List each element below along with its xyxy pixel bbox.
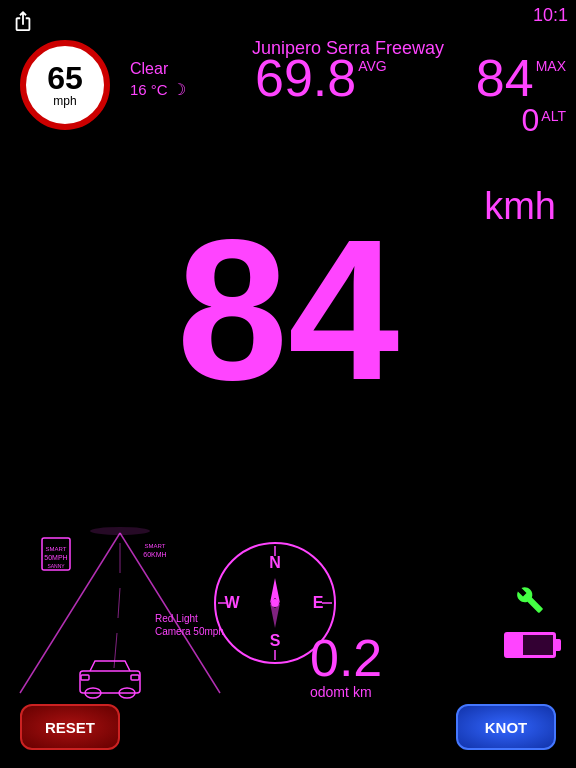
avg-speed-value: 69.8 xyxy=(255,52,356,104)
temperature-display: 16 °C ☽ xyxy=(130,80,186,99)
max-speed-container: 84 MAX 0 ALT xyxy=(476,52,566,136)
max-speed-value: 84 xyxy=(476,52,534,104)
svg-text:SMART: SMART xyxy=(46,546,67,552)
top-right-value: 10:1 xyxy=(533,5,568,25)
knot-button[interactable]: KNOT xyxy=(456,704,556,750)
wrench-icon xyxy=(516,586,544,614)
reset-label: RESET xyxy=(45,719,95,736)
temperature-value: 16 °C xyxy=(130,81,168,98)
svg-line-3 xyxy=(118,588,120,618)
svg-text:SANNY: SANNY xyxy=(47,563,65,569)
svg-text:N: N xyxy=(269,554,281,571)
odometer-label1: odomt xyxy=(310,684,349,700)
max-speed-row: 84 MAX xyxy=(476,52,566,104)
weather-condition: Clear xyxy=(130,60,168,78)
speed-limit-unit: mph xyxy=(53,94,76,108)
alt-label: ALT xyxy=(541,108,566,124)
svg-text:S: S xyxy=(270,632,281,649)
max-label: MAX xyxy=(536,58,566,74)
svg-text:E: E xyxy=(313,594,324,611)
svg-text:W: W xyxy=(224,594,240,611)
odometer-value: 0.2 xyxy=(310,632,382,684)
speed-limit-sign: 65 mph xyxy=(20,40,110,130)
alt-value: 0 xyxy=(522,104,540,136)
right-icons-area xyxy=(504,586,556,658)
svg-rect-5 xyxy=(80,671,140,693)
main-speed-display: 84 xyxy=(0,210,576,410)
share-icon[interactable] xyxy=(12,10,34,37)
svg-point-16 xyxy=(90,527,150,535)
knot-label: KNOT xyxy=(485,719,528,736)
odometer-labels: odomt km xyxy=(310,684,372,700)
svg-text:60KMH: 60KMH xyxy=(143,551,166,558)
avg-speed-container: 69.8 AVG xyxy=(255,52,387,104)
svg-text:SMART: SMART xyxy=(145,543,166,549)
reset-button[interactable]: RESET xyxy=(20,704,120,750)
battery-icon xyxy=(504,632,556,658)
odometer-label2: km xyxy=(353,684,372,700)
top-right-display: 10:1 xyxy=(525,0,576,31)
avg-label: AVG xyxy=(358,58,387,74)
speed-limit-number: 65 xyxy=(47,62,83,94)
svg-line-4 xyxy=(114,633,117,668)
alt-row: 0 ALT xyxy=(522,104,566,136)
moon-icon: ☽ xyxy=(172,80,186,99)
svg-point-28 xyxy=(271,599,279,607)
svg-rect-8 xyxy=(81,675,89,680)
odometer-container: 0.2 odomt km xyxy=(310,632,382,700)
svg-rect-9 xyxy=(131,675,139,680)
hud-area: SMART 50MPH SANNY SMART 60KMH Red Light … xyxy=(0,508,576,768)
svg-text:50MPH: 50MPH xyxy=(44,554,67,561)
